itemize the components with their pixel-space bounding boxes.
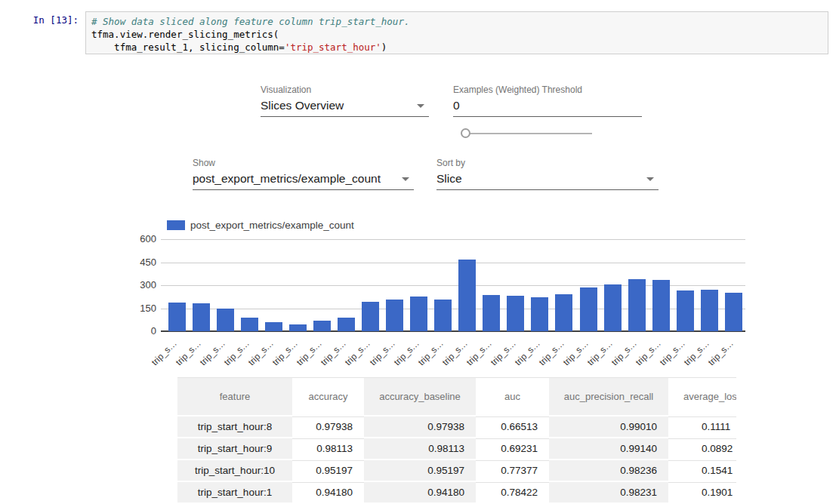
table-row[interactable]: trip_start_hour:90.981130.981130.692310.… xyxy=(177,437,736,459)
table-cell: 0.95197 xyxy=(364,459,476,481)
code-line-2: tfma.view.render_slicing_metrics( xyxy=(91,29,279,40)
y-axis-tick-label: 450 xyxy=(119,257,156,268)
threshold-label: Examples (Weighted) Threshold xyxy=(453,85,642,95)
column-header[interactable]: average_los xyxy=(668,378,736,415)
table-row[interactable]: trip_start_hour:100.951970.951970.773770… xyxy=(177,459,736,481)
threshold-slider[interactable] xyxy=(461,128,592,139)
chart-x-axis: trip_s…trip_s…trip_s…trip_s…trip_s…trip_… xyxy=(161,239,745,367)
y-axis-tick-label: 150 xyxy=(119,303,156,314)
show-metric-value: post_export_metrics/example_count xyxy=(193,172,381,185)
table-cell: 0.99140 xyxy=(549,437,668,459)
visualization-value: Slices Overview xyxy=(261,99,344,112)
chart-y-axis: 0150300450600 xyxy=(119,239,156,337)
table-cell: 0.98113 xyxy=(364,437,476,459)
table-cell: 0.69231 xyxy=(476,437,549,459)
table-cell: 0.78422 xyxy=(476,481,549,502)
code-cell[interactable]: # Show data sliced along feature column … xyxy=(85,11,828,54)
table-cell: 0.66513 xyxy=(476,415,549,437)
y-axis-tick-label: 300 xyxy=(119,279,156,290)
chevron-down-icon[interactable] xyxy=(646,177,654,181)
table-cell: 0.0892 xyxy=(668,437,736,459)
table-cell: 0.99010 xyxy=(549,415,668,437)
chevron-down-icon[interactable] xyxy=(417,104,424,108)
threshold-value: 0 xyxy=(453,99,460,112)
slider-track[interactable] xyxy=(465,133,592,134)
notebook-page: In [13]: # Show data sliced along featur… xyxy=(0,0,839,504)
table-row[interactable]: trip_start_hour:10.941800.941800.784220.… xyxy=(177,481,736,502)
metrics-table: featureaccuracyaccuracy_baselineaucauc_p… xyxy=(177,378,736,502)
table-cell: 0.1541 xyxy=(668,459,736,481)
show-label: Show xyxy=(193,158,414,168)
slider-thumb[interactable] xyxy=(461,128,470,138)
show-metric-dropdown[interactable]: post_export_metrics/example_count xyxy=(193,172,414,190)
sort-by-label: Sort by xyxy=(436,158,659,168)
legend-swatch xyxy=(167,220,185,230)
chevron-down-icon[interactable] xyxy=(402,177,409,181)
table-cell: 0.95197 xyxy=(292,459,364,481)
y-axis-tick-label: 600 xyxy=(119,233,156,244)
visualization-dropdown[interactable]: Slices Overview xyxy=(261,99,429,117)
threshold-input[interactable]: 0 xyxy=(453,99,642,117)
input-prompt: In [13]: xyxy=(21,14,79,26)
table-cell: 0.98113 xyxy=(292,437,364,459)
code-string-literal: 'trip_start_hour' xyxy=(285,41,381,53)
table-cell: 0.77377 xyxy=(476,459,549,481)
column-header[interactable]: accuracy xyxy=(292,378,364,415)
column-header[interactable]: auc_precision_recall xyxy=(549,378,668,415)
table-cell: trip_start_hour:8 xyxy=(177,415,292,437)
table-cell: trip_start_hour:1 xyxy=(177,481,292,502)
table-cell: trip_start_hour:9 xyxy=(177,437,292,459)
show-control: Show post_export_metrics/example_count xyxy=(193,158,414,190)
table-header-row: featureaccuracyaccuracy_baselineaucauc_p… xyxy=(177,378,736,415)
table-row[interactable]: trip_start_hour:80.979380.979380.665130.… xyxy=(177,415,736,437)
code-comment: # Show data sliced along feature column … xyxy=(91,16,409,27)
code-line-3: tfma_result_1, slicing_column= xyxy=(91,41,285,53)
visualization-control: Visualization Slices Overview xyxy=(261,85,429,117)
table-cell: 0.94180 xyxy=(364,481,476,502)
table-cell: 0.98236 xyxy=(549,459,668,481)
sort-by-dropdown[interactable]: Slice xyxy=(436,172,659,190)
table-cell: 0.1111 xyxy=(668,415,736,437)
table-cell: 0.94180 xyxy=(292,481,364,502)
table-cell: 0.97938 xyxy=(364,415,476,437)
table-cell: 0.1901 xyxy=(668,481,736,502)
threshold-control: Examples (Weighted) Threshold 0 xyxy=(453,85,642,117)
column-header[interactable]: accuracy_baseline xyxy=(364,378,476,415)
table-cell: trip_start_hour:10 xyxy=(177,459,292,481)
sort-control: Sort by Slice xyxy=(436,158,659,190)
visualization-label: Visualization xyxy=(261,85,429,95)
code-line-3-close: ) xyxy=(381,41,387,53)
legend-label: post_export_metrics/example_count xyxy=(190,220,354,231)
metrics-table-wrap: featureaccuracyaccuracy_baselineaucauc_p… xyxy=(177,377,736,504)
sort-by-value: Slice xyxy=(436,172,462,185)
column-header[interactable]: feature xyxy=(177,378,292,415)
column-header[interactable]: auc xyxy=(476,378,549,415)
table-cell: 0.97938 xyxy=(292,415,364,437)
table-cell: 0.98231 xyxy=(549,481,668,502)
y-axis-tick-label: 0 xyxy=(119,325,156,337)
